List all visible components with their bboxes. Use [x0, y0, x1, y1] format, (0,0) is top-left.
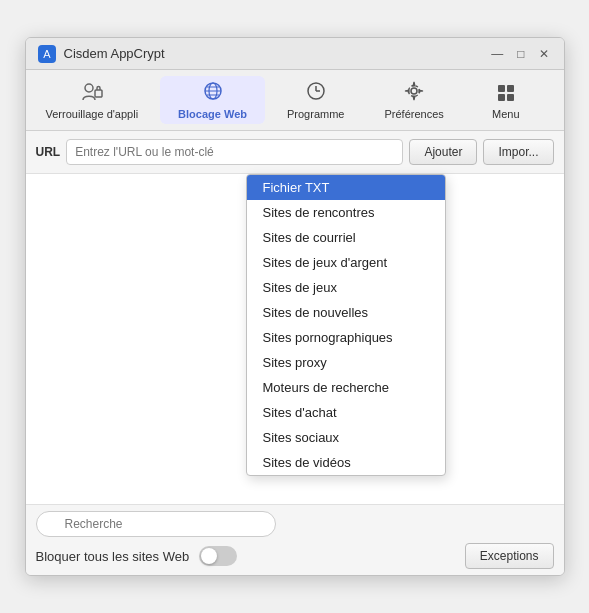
dropdown-item-sites-jeux[interactable]: Sites de jeux	[247, 275, 445, 300]
toolbar-label-preferences: Préférences	[384, 108, 443, 120]
svg-rect-17	[507, 94, 514, 101]
preferences-icon	[403, 80, 425, 105]
content-area: URL Ajouter Impor... Fichier TXT Sites d…	[26, 131, 564, 504]
exceptions-button[interactable]: Exceptions	[465, 543, 554, 569]
search-row: 🔍	[36, 511, 554, 537]
title-bar: A Cisdem AppCrypt — □ ✕	[26, 38, 564, 70]
toolbar-label-schedule: Programme	[287, 108, 344, 120]
svg-rect-16	[498, 94, 505, 101]
url-label: URL	[36, 145, 61, 159]
window-controls: — □ ✕	[488, 47, 551, 61]
app-lock-icon	[81, 80, 103, 105]
schedule-icon	[305, 80, 327, 105]
dropdown-menu: Fichier TXT Sites de rencontres Sites de…	[246, 174, 446, 476]
toolbar-label-menu: Menu	[492, 108, 520, 120]
svg-text:A: A	[43, 48, 51, 60]
url-bar: URL Ajouter Impor...	[26, 131, 564, 174]
svg-rect-3	[95, 90, 102, 97]
app-window: A Cisdem AppCrypt — □ ✕ Verrouillage d'a…	[25, 37, 565, 576]
dropdown-item-sites-achat[interactable]: Sites d'achat	[247, 400, 445, 425]
search-wrapper: 🔍	[36, 511, 276, 537]
toggle-knob	[201, 548, 217, 564]
toolbar-item-web-block[interactable]: Blocage Web	[160, 76, 265, 124]
block-label: Bloquer tous les sites Web	[36, 549, 190, 564]
toolbar-item-app-lock[interactable]: Verrouillage d'appli	[28, 76, 157, 124]
svg-point-13	[409, 86, 420, 97]
dropdown-item-sites-videos[interactable]: Sites de vidéos	[247, 450, 445, 475]
toolbar-label-app-lock: Verrouillage d'appli	[46, 108, 139, 120]
svg-point-2	[85, 84, 93, 92]
toolbar: Verrouillage d'appli Blocage Web	[26, 70, 564, 131]
menu-icon	[495, 80, 517, 105]
dropdown-item-moteurs-recherche[interactable]: Moteurs de recherche	[247, 375, 445, 400]
dropdown-item-sites-rencontres[interactable]: Sites de rencontres	[247, 200, 445, 225]
block-left: Bloquer tous les sites Web	[36, 546, 238, 566]
import-button[interactable]: Impor...	[483, 139, 553, 165]
search-input[interactable]	[36, 511, 276, 537]
dropdown-item-sites-courriel[interactable]: Sites de courriel	[247, 225, 445, 250]
app-icon: A	[38, 45, 56, 63]
block-toggle[interactable]	[199, 546, 237, 566]
dropdown-item-sites-sociaux[interactable]: Sites sociaux	[247, 425, 445, 450]
dropdown-item-sites-jeux-argent[interactable]: Sites de jeux d'argent	[247, 250, 445, 275]
close-button[interactable]: ✕	[536, 47, 552, 61]
toolbar-label-web-block: Blocage Web	[178, 108, 247, 120]
url-input[interactable]	[66, 139, 403, 165]
main-list: Fichier TXT Sites de rencontres Sites de…	[26, 174, 564, 504]
toolbar-item-menu[interactable]: Menu	[466, 76, 546, 124]
dropdown-item-sites-nouvelles[interactable]: Sites de nouvelles	[247, 300, 445, 325]
web-block-icon	[202, 80, 224, 105]
dropdown-item-sites-pornographiques[interactable]: Sites pornographiques	[247, 325, 445, 350]
minimize-button[interactable]: —	[488, 47, 506, 61]
window-title: Cisdem AppCrypt	[64, 46, 481, 61]
svg-rect-14	[498, 85, 505, 92]
dropdown-item-fichier-txt[interactable]: Fichier TXT	[247, 175, 445, 200]
block-row: Bloquer tous les sites Web Exceptions	[36, 543, 554, 569]
svg-rect-15	[507, 85, 514, 92]
toolbar-item-schedule[interactable]: Programme	[269, 76, 362, 124]
toolbar-item-preferences[interactable]: Préférences	[366, 76, 461, 124]
maximize-button[interactable]: □	[514, 47, 527, 61]
add-button[interactable]: Ajouter	[409, 139, 477, 165]
svg-point-12	[411, 88, 417, 94]
dropdown-item-sites-proxy[interactable]: Sites proxy	[247, 350, 445, 375]
bottom-bar: 🔍 Bloquer tous les sites Web Exceptions	[26, 504, 564, 575]
